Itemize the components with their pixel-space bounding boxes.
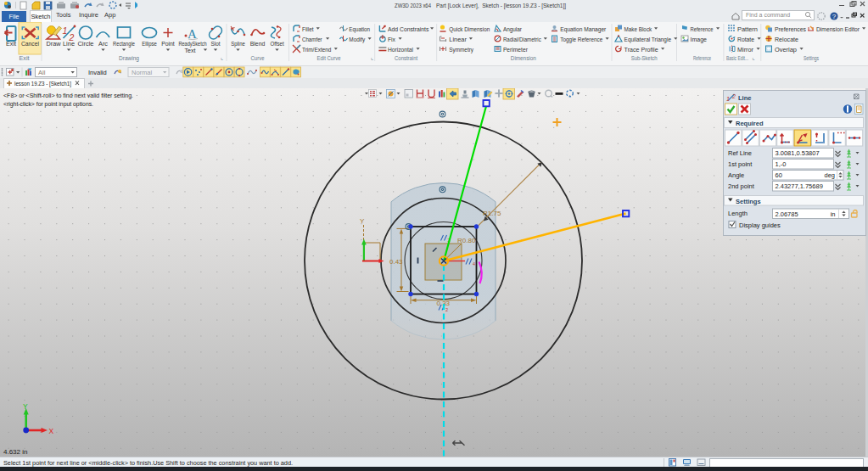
svg-text:Fillet: Fillet: [302, 26, 314, 32]
svg-text:Drawing: Drawing: [119, 55, 139, 62]
svg-text:4.632 in: 4.632 in: [3, 448, 27, 456]
svg-text:Trim/Extend: Trim/Extend: [302, 47, 331, 53]
svg-text:Symmetry: Symmetry: [449, 47, 473, 53]
svg-text:Rectangle: Rectangle: [113, 41, 135, 48]
svg-text:Select 1st point for next line: Select 1st point for next line or <middl…: [3, 459, 293, 467]
svg-text:2.06785: 2.06785: [776, 210, 798, 218]
svg-text:⌞: ⌞: [753, 54, 755, 60]
svg-text:Image: Image: [691, 36, 708, 43]
svg-text:A: A: [188, 27, 197, 41]
svg-text:Constraint: Constraint: [395, 55, 417, 61]
svg-text:4: 4: [473, 261, 475, 266]
svg-text:Display guides: Display guides: [739, 221, 781, 229]
svg-text:Reference: Reference: [693, 55, 711, 61]
svg-text:Required: Required: [736, 120, 764, 127]
svg-text:Relocate: Relocate: [775, 36, 798, 42]
svg-text:Add Constraints: Add Constraints: [388, 26, 429, 32]
svg-text:<right-click> for point input: <right-click> for point input options.: [3, 100, 93, 108]
svg-text:Dimension: Dimension: [511, 55, 536, 61]
svg-text:1,-0: 1,-0: [776, 160, 787, 168]
svg-text:Ellipse: Ellipse: [142, 41, 157, 48]
svg-text:in: in: [831, 210, 836, 218]
svg-text:Linear: Linear: [449, 36, 467, 42]
svg-text:ReadySketch: ReadySketch: [178, 41, 206, 48]
svg-text:2: 2: [731, 93, 736, 99]
svg-text:1st point: 1st point: [728, 160, 753, 168]
svg-text:Reference: Reference: [691, 26, 714, 32]
svg-text:Perimeter: Perimeter: [503, 47, 529, 53]
svg-text:Mirror: Mirror: [737, 47, 754, 53]
svg-text:0.43: 0.43: [389, 258, 403, 266]
svg-text:2nd point: 2nd point: [728, 182, 755, 190]
svg-text:Length: Length: [728, 210, 748, 217]
svg-text:X: X: [49, 427, 54, 435]
svg-text:⌞: ⌞: [221, 54, 223, 60]
svg-text:Toggle Reference: Toggle Reference: [560, 36, 602, 43]
svg-text:Line: Line: [738, 94, 751, 102]
svg-text:⌞: ⌞: [371, 54, 373, 60]
svg-text:3.0081,0.53807: 3.0081,0.53807: [776, 149, 820, 157]
svg-text:Settings: Settings: [736, 198, 761, 205]
svg-text:Dimension Editor: Dimension Editor: [816, 26, 860, 32]
svg-text:Y: Y: [360, 217, 365, 225]
svg-text:Offset: Offset: [270, 41, 283, 47]
svg-text:Radial/Diametric: Radial/Diametric: [503, 36, 541, 42]
svg-text:60: 60: [776, 171, 782, 179]
svg-text:Modify: Modify: [349, 36, 365, 43]
svg-text:Basic Edit...: Basic Edit...: [726, 55, 748, 61]
svg-text:2: 2: [445, 307, 448, 312]
svg-text:Make Block: Make Block: [624, 26, 652, 32]
svg-text:Y: Y: [23, 402, 28, 411]
svg-text:Blend: Blend: [250, 41, 266, 47]
svg-text:Angular: Angular: [503, 26, 523, 33]
svg-text:Cancel: Cancel: [21, 41, 39, 47]
svg-text:Edit Curve: Edit Curve: [317, 55, 341, 61]
svg-text:R0.80: R0.80: [457, 237, 476, 244]
svg-text:Pattern: Pattern: [737, 26, 758, 32]
svg-text:Invalid: Invalid: [88, 69, 107, 76]
svg-text:Horizontal: Horizontal: [388, 47, 413, 53]
svg-text:Equation Manager: Equation Manager: [560, 26, 607, 33]
svg-text:1: 1: [726, 96, 730, 102]
svg-text:Equation: Equation: [349, 26, 370, 33]
svg-text:ZW3D 2023 x64: ZW3D 2023 x64: [395, 2, 431, 9]
svg-text:Part [Lock Lever], Sketch - [: Part [Lock Lever], Sketch - [lesson 19.Z…: [436, 2, 566, 9]
svg-text:Spline: Spline: [231, 41, 245, 48]
svg-text:Fix: Fix: [388, 36, 395, 42]
svg-text:All: All: [38, 69, 46, 76]
svg-text:Ref Line: Ref Line: [728, 149, 752, 157]
svg-text:Equilateral Triangle: Equilateral Triangle: [624, 36, 671, 43]
svg-text:Text: Text: [185, 48, 196, 53]
svg-text:Overlap: Overlap: [775, 47, 797, 53]
svg-text:?: ?: [832, 13, 837, 20]
svg-text:Curve: Curve: [251, 55, 265, 61]
svg-text:Preferences: Preferences: [775, 26, 806, 32]
svg-text:Point: Point: [161, 41, 175, 47]
svg-text:Quick Dimension: Quick Dimension: [449, 26, 490, 33]
svg-text:2.43277,1.75689: 2.43277,1.75689: [776, 182, 823, 190]
svg-text:R1.75: R1.75: [483, 210, 501, 217]
svg-text:Slot: Slot: [211, 41, 221, 47]
svg-text:Exit: Exit: [20, 55, 30, 61]
svg-text:2: 2: [69, 32, 75, 42]
svg-text:Settings: Settings: [804, 55, 819, 62]
svg-text:deg: deg: [824, 171, 835, 179]
svg-text:1: 1: [63, 25, 68, 36]
svg-text:Arc: Arc: [98, 41, 109, 47]
svg-text:Rotate: Rotate: [737, 36, 754, 42]
svg-text:Circle: Circle: [78, 41, 94, 47]
svg-text:Draw: Draw: [47, 41, 62, 47]
svg-text:lesson 19.Z3 - [Sketch1]: lesson 19.Z3 - [Sketch1]: [14, 80, 71, 87]
svg-text:<F8> or <Shift-roll> to find n: <F8> or <Shift-roll> to find next valid …: [3, 92, 133, 99]
svg-text:Angle: Angle: [728, 171, 744, 179]
svg-text:Sub-Sketch: Sub-Sketch: [631, 55, 658, 61]
svg-text:Chamfer: Chamfer: [302, 36, 322, 42]
svg-text:Trace Profile: Trace Profile: [624, 47, 658, 53]
svg-text:Normal: Normal: [132, 69, 153, 76]
